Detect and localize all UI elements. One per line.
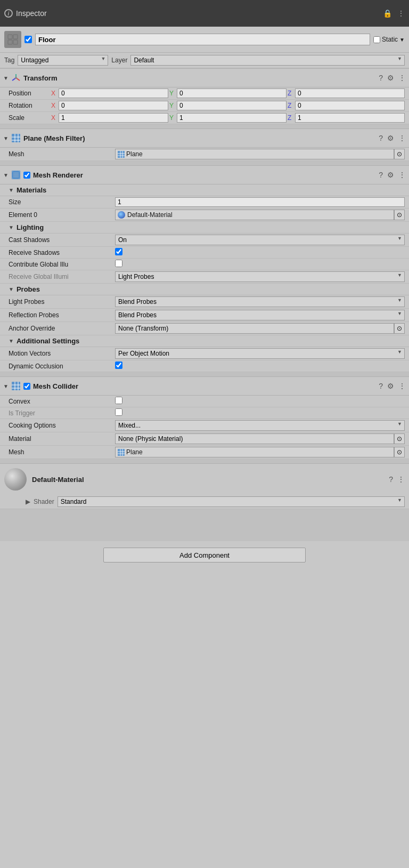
- mesh-filter-settings-icon[interactable]: ⚙: [387, 134, 394, 142]
- mesh-renderer-help-icon[interactable]: ?: [379, 171, 383, 179]
- transform-menu-icon[interactable]: ⋮: [398, 74, 406, 82]
- motion-vectors-select[interactable]: Per Object Motion Camera Motion Force No…: [115, 348, 405, 359]
- mesh-collider-settings-icon[interactable]: ⚙: [387, 382, 394, 390]
- static-checkbox[interactable]: [373, 36, 380, 43]
- rotation-z-field: Z: [288, 101, 405, 110]
- cooking-options-select[interactable]: Mixed...: [115, 420, 405, 431]
- receive-gi-row: Receive Global Illumi Light Probes Light…: [0, 270, 409, 284]
- lighting-collapse-arrow[interactable]: ▼: [9, 224, 14, 230]
- mesh-renderer-header: ▼ Mesh Renderer ? ⚙ ⋮: [0, 165, 409, 184]
- dynamic-occlusion-checkbox[interactable]: [115, 361, 122, 369]
- mesh-filter-mesh-label: Mesh: [9, 150, 115, 158]
- is-trigger-label: Is Trigger: [9, 409, 115, 417]
- mesh-collider-enabled-checkbox[interactable]: [23, 383, 30, 390]
- receive-gi-select-wrapper: Light Probes Lightmaps: [115, 271, 405, 282]
- add-component-row: Add Component: [0, 541, 409, 569]
- layer-label: Layer: [111, 57, 127, 64]
- collider-mesh-select-btn[interactable]: ⊙: [394, 447, 405, 457]
- anchor-override-input[interactable]: [115, 323, 394, 334]
- rotation-x-input[interactable]: [59, 101, 168, 110]
- contribute-gi-checkbox[interactable]: [115, 260, 122, 267]
- gameobject-name-input[interactable]: [35, 34, 370, 45]
- materials-collapse-arrow[interactable]: ▼: [9, 187, 14, 193]
- rotation-label: Rotation: [9, 102, 51, 109]
- rotation-y-input[interactable]: [177, 101, 287, 110]
- material-preview-ball: [4, 468, 27, 491]
- mesh-collider-collapse-arrow[interactable]: ▼: [3, 383, 9, 389]
- receive-shadows-checkbox[interactable]: [115, 248, 122, 255]
- transform-settings-icon[interactable]: ⚙: [387, 74, 394, 82]
- mesh-collider-menu-icon[interactable]: ⋮: [398, 382, 406, 390]
- mesh-filter-mesh-select-btn[interactable]: ⊙: [394, 149, 405, 159]
- shader-expand-icon[interactable]: ▶: [26, 498, 30, 505]
- layer-select[interactable]: Default: [130, 55, 405, 66]
- materials-element0-value: Default-Material: [127, 211, 391, 219]
- tag-select[interactable]: Untagged: [18, 55, 108, 66]
- convex-value: [115, 397, 405, 406]
- collider-material-input[interactable]: [115, 433, 394, 444]
- scale-x-input[interactable]: [59, 113, 168, 123]
- rotation-fields: X Y Z: [51, 101, 405, 110]
- y-axis-label: Y: [169, 90, 176, 97]
- transform-icon: [11, 73, 21, 83]
- rotation-z-input[interactable]: [295, 101, 405, 110]
- mesh-renderer-title: Mesh Renderer: [33, 171, 376, 179]
- reflection-probes-label: Reflection Probes: [9, 311, 115, 319]
- materials-element0-select-btn[interactable]: ⊙: [394, 210, 405, 220]
- lighting-section-header: ▼ Lighting: [0, 222, 409, 234]
- receive-shadows-label: Receive Shadows: [9, 249, 115, 256]
- mesh-filter-menu-icon[interactable]: ⋮: [398, 134, 406, 142]
- probes-collapse-arrow[interactable]: ▼: [9, 286, 14, 292]
- mesh-renderer-enabled-checkbox[interactable]: [23, 172, 30, 179]
- motion-vectors-label: Motion Vectors: [9, 350, 115, 357]
- mesh-collider-help-icon[interactable]: ?: [379, 382, 383, 390]
- materials-size-input[interactable]: [115, 197, 405, 207]
- collider-material-select-btn[interactable]: ⊙: [394, 433, 405, 444]
- position-z-input[interactable]: [295, 89, 405, 98]
- contribute-gi-row: Contribute Global Illu: [0, 259, 409, 270]
- transform-collapse-arrow[interactable]: ▼: [3, 75, 9, 81]
- rotation-y-field: Y: [169, 101, 287, 110]
- menu-dots-icon[interactable]: ⋮: [397, 9, 405, 18]
- tag-layer-row: Tag Untagged Layer Default: [0, 53, 409, 68]
- static-dropdown-arrow[interactable]: ▼: [399, 37, 405, 43]
- position-fields: X Y Z: [51, 89, 405, 98]
- transform-help-icon[interactable]: ?: [379, 74, 383, 82]
- materials-section-header: ▼ Materials: [0, 184, 409, 196]
- shader-select[interactable]: Standard: [58, 496, 405, 507]
- mesh-renderer-menu-icon[interactable]: ⋮: [398, 171, 406, 179]
- mesh-renderer-settings-icon[interactable]: ⚙: [387, 171, 394, 179]
- cast-shadows-select[interactable]: On Off Two Sided Shadows Only: [115, 235, 405, 245]
- inspector-header: i Inspector 🔒 ⋮: [0, 0, 409, 27]
- gameobject-enabled-checkbox[interactable]: [24, 36, 32, 43]
- material-menu-icon[interactable]: ⋮: [397, 475, 405, 484]
- svg-rect-13: [118, 151, 125, 158]
- mesh-renderer-collapse-arrow[interactable]: ▼: [3, 172, 9, 178]
- convex-checkbox[interactable]: [115, 397, 122, 404]
- svg-rect-24: [12, 382, 20, 390]
- additional-settings-section-header: ▼ Additional Settings: [0, 335, 409, 347]
- add-component-button[interactable]: Add Component: [103, 548, 306, 562]
- mesh-filter-help-icon[interactable]: ?: [379, 134, 383, 142]
- z-axis-label: Z: [288, 90, 294, 97]
- scale-x-field: X: [51, 113, 168, 123]
- anchor-override-select-btn[interactable]: ⊙: [394, 323, 405, 334]
- material-help-icon[interactable]: ?: [389, 475, 393, 484]
- lighting-title: Lighting: [17, 223, 44, 231]
- position-y-input[interactable]: [177, 89, 287, 98]
- materials-element0-field: Default-Material ⊙: [115, 210, 405, 220]
- shader-select-wrapper: Standard: [58, 496, 405, 507]
- reflection-probes-select[interactable]: Blend Probes Off Simple: [115, 310, 405, 320]
- mesh-filter-collapse-arrow[interactable]: ▼: [3, 135, 9, 141]
- scale-z-input[interactable]: [295, 113, 405, 123]
- scale-y-input[interactable]: [177, 113, 287, 123]
- receive-gi-label: Receive Global Illumi: [9, 273, 115, 280]
- light-probes-select[interactable]: Blend Probes Off Use Proxy Volume: [115, 296, 405, 307]
- position-x-input[interactable]: [59, 89, 168, 98]
- lock-icon[interactable]: 🔒: [383, 9, 392, 18]
- receive-gi-select[interactable]: Light Probes Lightmaps: [115, 271, 405, 282]
- transform-component-header: ▼ Transform ? ⚙ ⋮: [0, 68, 409, 87]
- is-trigger-checkbox[interactable]: [115, 408, 122, 416]
- dynamic-occlusion-row: Dynamic Occlusion: [0, 360, 409, 372]
- additional-settings-collapse-arrow[interactable]: ▼: [9, 338, 14, 344]
